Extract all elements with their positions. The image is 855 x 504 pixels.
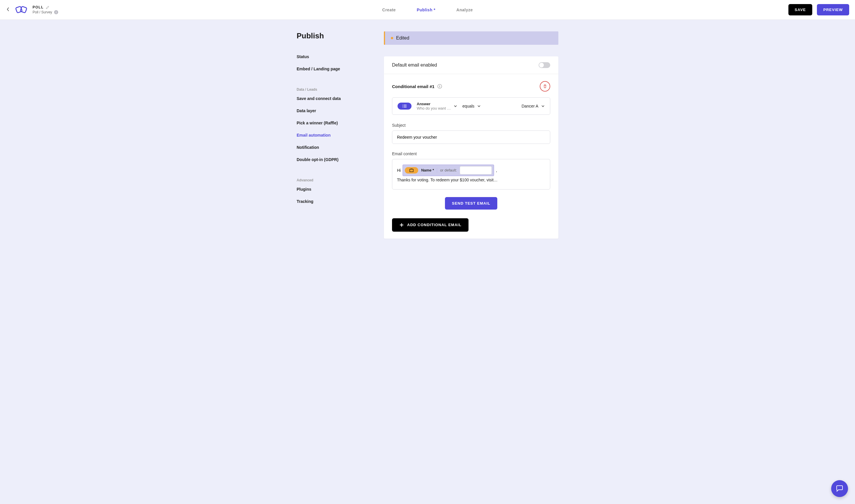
sidebar-item-notification[interactable]: Notification [297, 145, 378, 150]
email-content-editor[interactable]: Hi Name * or default: , [392, 159, 550, 190]
sidebar: Publish Status Embed / Landing page Data… [297, 31, 384, 239]
merge-default-input[interactable] [460, 166, 492, 174]
title-block: POLL Poll / Survey i [33, 5, 58, 15]
sidebar-section-data: Data / Leads [297, 88, 378, 92]
topbar-tabs: Create Publish * Analyze [382, 7, 473, 12]
tab-publish[interactable]: Publish * [417, 7, 435, 12]
question-type-icon [398, 103, 412, 110]
svg-text:i: i [56, 11, 57, 14]
conditional-email-section: Conditional email #1 i A [384, 74, 558, 239]
sidebar-item-tracking[interactable]: Tracking [297, 199, 378, 204]
save-button[interactable]: SAVE [788, 4, 812, 15]
tab-analyze[interactable]: Analyze [456, 7, 473, 12]
condition-answer-label: Answer [417, 102, 451, 106]
default-email-row: Default email enabled [384, 56, 558, 74]
chevron-left-icon [7, 7, 9, 11]
email-content-label: Email content [392, 151, 550, 156]
topbar: POLL Poll / Survey i Create Publish * An… [0, 0, 855, 20]
email-body-line: Thanks for voting. To redeem your $100 v… [397, 176, 545, 184]
status-text: Edited [396, 35, 409, 41]
plus-icon [399, 222, 404, 228]
info-icon[interactable]: i [437, 84, 442, 89]
sidebar-item-data-layer[interactable]: Data layer [297, 108, 378, 113]
app-subtitle: Poll / Survey [33, 10, 52, 14]
email-text-comma: , [496, 166, 497, 174]
email-content-group: Email content Hi Name * or default: [392, 151, 550, 190]
sidebar-item-double-opt[interactable]: Double opt-in (GDPR) [297, 157, 378, 162]
subject-input[interactable] [392, 130, 550, 144]
logo-icon[interactable] [15, 5, 29, 15]
container: Publish Status Embed / Landing page Data… [297, 31, 558, 239]
email-text-prefix: Hi [397, 166, 401, 174]
merge-default-label: or default: [440, 167, 457, 174]
edit-icon[interactable] [46, 5, 49, 9]
delete-conditional-button[interactable] [540, 81, 550, 92]
merge-tag-icon [405, 167, 418, 174]
condition-operator: equals [463, 104, 474, 108]
svg-rect-6 [410, 169, 413, 172]
tab-create[interactable]: Create [382, 7, 396, 12]
default-email-label: Default email enabled [392, 62, 437, 68]
condition-operator-dropdown[interactable]: equals [463, 104, 481, 108]
send-test-row: SEND TEST EMAIL [392, 197, 550, 210]
chevron-down-icon [477, 104, 481, 108]
card: Default email enabled Conditional email … [384, 56, 558, 239]
status-dot-icon [391, 37, 393, 39]
condition-question-dropdown[interactable]: Answer Who do you want … [417, 102, 457, 110]
back-arrow[interactable] [6, 6, 11, 14]
sidebar-item-status[interactable]: Status [297, 54, 378, 59]
info-icon[interactable]: i [54, 10, 58, 15]
condition-value: Dancer A [521, 104, 538, 108]
topbar-left: POLL Poll / Survey i [6, 5, 58, 15]
chevron-down-icon [541, 104, 545, 108]
sidebar-item-save-connect[interactable]: Save and connect data [297, 96, 378, 101]
condition-value-dropdown[interactable]: Dancer A [521, 104, 545, 108]
default-email-toggle[interactable] [539, 62, 550, 68]
chevron-down-icon [454, 104, 457, 108]
page: Publish Status Embed / Landing page Data… [0, 20, 855, 256]
trash-icon [543, 84, 547, 88]
send-test-email-button[interactable]: SEND TEST EMAIL [445, 197, 497, 210]
add-conditional-email-button[interactable]: ADD CONDITIONAL EMAIL [392, 218, 469, 232]
sidebar-item-embed[interactable]: Embed / Landing page [297, 67, 378, 71]
main-content: Edited Default email enabled Conditional… [384, 31, 558, 239]
topbar-actions: SAVE PREVIEW [788, 4, 849, 15]
subject-label: Subject [392, 123, 550, 128]
preview-button[interactable]: PREVIEW [817, 4, 849, 15]
svg-text:i: i [439, 85, 440, 88]
conditional-title: Conditional email #1 [392, 84, 435, 89]
sidebar-item-raffle[interactable]: Pick a winner (Raffle) [297, 121, 378, 125]
condition-question-text: Who do you want … [417, 106, 451, 110]
status-banner: Edited [384, 31, 558, 45]
merge-tag-label: Name * [421, 168, 437, 173]
sidebar-section-advanced: Advanced [297, 178, 378, 182]
sidebar-item-email-automation[interactable]: Email automation [297, 133, 378, 138]
page-title: Publish [297, 31, 378, 40]
svg-rect-1 [20, 6, 27, 13]
condition-bar: Answer Who do you want … equals Dancer A [392, 97, 550, 115]
subject-field-group: Subject [392, 123, 550, 144]
sidebar-item-plugins[interactable]: Plugins [297, 187, 378, 192]
app-title: POLL [33, 5, 43, 9]
add-conditional-row: ADD CONDITIONAL EMAIL [392, 218, 550, 232]
merge-tag-name[interactable]: Name * or default: [402, 164, 494, 176]
add-conditional-label: ADD CONDITIONAL EMAIL [407, 223, 461, 227]
